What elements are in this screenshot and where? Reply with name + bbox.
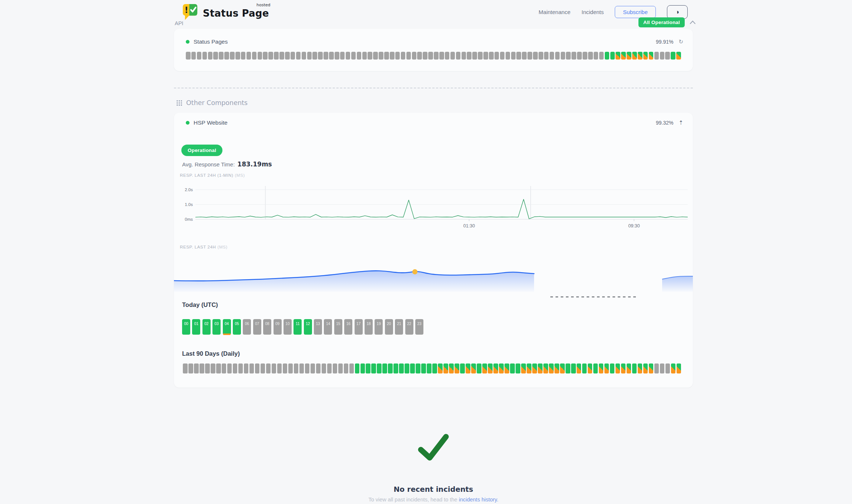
daily-block: [593, 363, 598, 373]
daily-block: [571, 363, 576, 373]
daily-block: [577, 363, 581, 373]
daily-block: [183, 363, 188, 373]
daily-block: [360, 363, 365, 373]
avg-response-label: Avg. Response Time:: [182, 161, 235, 168]
brand-name: Status Page: [203, 8, 269, 19]
last-90-days-blocks: [183, 363, 681, 373]
hour-block: 08: [263, 319, 271, 335]
top-nav: Maintenance Incidents Subscribe ◑: [539, 5, 688, 19]
uptime-block: [246, 52, 251, 60]
daily-block: [477, 363, 482, 373]
daily-block: [233, 363, 238, 373]
daily-block: [388, 363, 393, 373]
uptime-block: [445, 52, 450, 60]
svg-text:!: !: [185, 5, 188, 15]
daily-block: [277, 363, 282, 373]
uptime-block: [296, 52, 301, 60]
today-hour-blocks: 0001020304050607080910111213141516171819…: [182, 319, 423, 335]
daily-block: [327, 363, 332, 373]
daily-block: [566, 363, 570, 373]
daily-block: [521, 363, 526, 373]
daily-block: [460, 363, 465, 373]
hour-block: 17: [355, 319, 363, 335]
daily-block: [610, 363, 615, 373]
daily-block: [649, 363, 654, 373]
uptime-block: [384, 52, 389, 60]
nav-item-incidents[interactable]: Incidents: [581, 9, 604, 15]
daily-block: [543, 363, 548, 373]
daily-block: [338, 363, 343, 373]
uptime-strip: [186, 52, 681, 60]
daily-block: [432, 363, 437, 373]
daily-block: [582, 363, 587, 373]
daily-block: [599, 363, 604, 373]
daily-block: [322, 363, 326, 373]
daily-block: [205, 363, 210, 373]
daily-block: [311, 363, 315, 373]
daily-block: [255, 363, 260, 373]
api-component-card: Status Pages 99.91% ↻: [174, 29, 693, 71]
uptime-block: [632, 52, 637, 60]
uptime-block: [423, 52, 427, 60]
overall-status-banner: All Operational: [638, 17, 696, 27]
daily-block: [416, 363, 420, 373]
uptime-block: [302, 52, 306, 60]
daily-block: [199, 363, 204, 373]
daily-block: [333, 363, 338, 373]
daily-block: [194, 363, 199, 373]
uptime-block: [241, 52, 246, 60]
hour-block: 03: [212, 319, 221, 335]
theme-toggle-button[interactable]: ◑: [667, 5, 688, 19]
daily-block: [588, 363, 593, 373]
uptime-block: [566, 52, 571, 60]
nav-item-maintenance[interactable]: Maintenance: [539, 9, 570, 15]
uptime-block: [279, 52, 284, 60]
uptime-block: [577, 52, 582, 60]
hour-block: 14: [324, 319, 332, 335]
daily-block: [621, 363, 626, 373]
hour-block: 15: [334, 319, 342, 335]
incidents-history-link[interactable]: incidents history.: [459, 497, 499, 503]
uptime-block: [224, 52, 229, 60]
uptime-block: [197, 52, 202, 60]
daily-block: [316, 363, 321, 373]
svg-text:09:30: 09:30: [628, 223, 640, 229]
subscribe-button[interactable]: Subscribe: [615, 6, 656, 18]
uptime-block: [417, 52, 422, 60]
daily-block: [504, 363, 509, 373]
uptime-block: [318, 52, 323, 60]
uptime-block: [621, 52, 626, 60]
hour-block: 09: [274, 319, 282, 335]
uptime-block: [506, 52, 510, 60]
uptime-block: [494, 52, 499, 60]
uptime-block: [373, 52, 378, 60]
daily-block: [188, 363, 193, 373]
daily-block: [393, 363, 398, 373]
uptime-block: [428, 52, 433, 60]
hour-block: 16: [344, 319, 352, 335]
uptime-block: [522, 52, 527, 60]
uptime-block: [252, 52, 257, 60]
partial-outage-marker: [223, 334, 231, 335]
brand-tag: hosted: [256, 3, 271, 7]
uptime-block: [527, 52, 532, 60]
uptime-block: [379, 52, 383, 60]
daily-block: [454, 363, 459, 373]
collapse-arrow-icon[interactable]: ⇡: [678, 119, 683, 126]
incidents-history-prefix: To view all past incidents, head to the: [368, 497, 459, 503]
daily-block: [222, 363, 227, 373]
uptime-block: [368, 52, 372, 60]
daily-block: [427, 363, 432, 373]
svg-text:1.0s: 1.0s: [185, 202, 193, 207]
uptime-block: [258, 52, 262, 60]
operational-badge: Operational: [181, 145, 222, 156]
uptime-block: [643, 52, 648, 60]
uptime-block: [186, 52, 191, 60]
chevron-up-icon[interactable]: [690, 20, 696, 24]
uptime-block: [665, 52, 670, 60]
component-status-dot: [186, 121, 189, 125]
uptime-block: [406, 52, 411, 60]
refresh-icon[interactable]: ↻: [678, 38, 683, 45]
daily-block: [349, 363, 354, 373]
daily-block: [216, 363, 221, 373]
